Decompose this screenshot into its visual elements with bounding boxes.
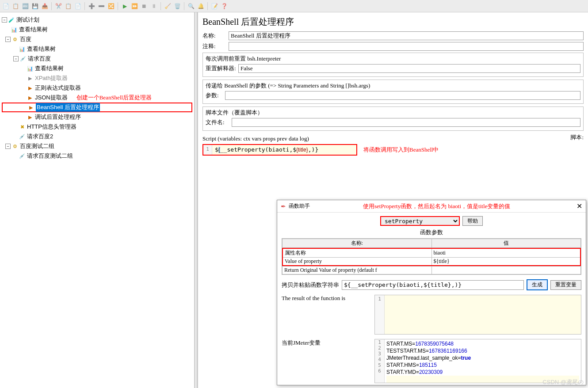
cut-icon[interactable]: ✂️ — [54, 2, 62, 10]
tree-root[interactable]: −🧪测试计划 — [2, 15, 192, 25]
run-icon[interactable]: ▶ — [121, 2, 129, 10]
tree-item[interactable]: 📊查看结果树 — [2, 64, 192, 73]
tree-panel: −🧪测试计划 📊查看结果树 −⚙百度 📊查看结果树 −💉请求百度 📊查看结果树 … — [0, 12, 195, 388]
tree-item[interactable]: −⚙百度测试二组 — [2, 141, 192, 151]
function-select[interactable]: setProperty — [380, 216, 460, 226]
tree-item[interactable]: 📊查看结果树 — [2, 25, 192, 34]
reset-input[interactable] — [238, 64, 580, 73]
run-no-pause-icon[interactable]: ⏩ — [130, 2, 138, 10]
script-label: Script (variables: ctx vars props prev d… — [202, 135, 309, 142]
tree-item[interactable]: −⚙百度 — [2, 34, 192, 44]
params-input[interactable] — [225, 91, 580, 100]
save-as-icon[interactable]: 📥 — [41, 2, 49, 10]
paste-icon[interactable]: 📄 — [74, 2, 82, 10]
tree-item-selected[interactable]: ▶BeanShell 后置处理程序 — [2, 103, 192, 112]
shutdown-icon[interactable]: ⏸ — [150, 2, 158, 10]
result-label: The result of the function is — [282, 295, 370, 335]
tree-item[interactable]: ▶XPath提取器 — [2, 73, 192, 83]
clear-icon[interactable]: 🧹 — [164, 2, 172, 10]
script-right-label: 脚本: — [570, 133, 584, 144]
new-icon[interactable]: 📄 — [2, 2, 10, 10]
file-input[interactable] — [232, 118, 580, 127]
result-box[interactable]: 1 — [374, 295, 581, 335]
annotation-2: 将函数调用写入到BeanShell中 — [363, 146, 439, 154]
params-section-title: 函数参数 — [282, 228, 581, 236]
annotation-3: 使用setProperty函数，然后起名为 biaoti，值是title变量的值 — [363, 202, 510, 210]
tree-item[interactable]: ✖HTTP信息头管理器 — [2, 122, 192, 132]
feather-icon: ✒ — [281, 203, 286, 210]
tree-item[interactable]: 💉请求百度测试二组 — [2, 151, 192, 161]
reset-group: 每次调用前重置 bsh.Interpreter 重置解释器: — [202, 53, 584, 77]
generate-button[interactable]: 生成 — [527, 279, 548, 290]
copy-icon[interactable]: 📋 — [64, 2, 72, 10]
expand-icon[interactable]: ➕ — [88, 2, 95, 10]
vars-box[interactable]: 123456 START.MS=1678359075648 TESTSTART.… — [374, 339, 581, 383]
name-label: 名称: — [202, 32, 227, 40]
watermark: CSDN @鸢尾の — [542, 378, 584, 386]
reset-search-icon[interactable]: 🔔 — [197, 2, 205, 10]
close-icon[interactable]: ✕ — [577, 202, 582, 210]
comment-label: 注释: — [202, 42, 227, 50]
script-editor[interactable]: 1 ${__setProperty(biaoti,${title},)} — [202, 144, 357, 156]
vars-label: 当前JMeter变量 — [282, 339, 370, 383]
tree-item[interactable]: ▶调试后置处理程序 — [2, 112, 192, 122]
save-icon[interactable]: 💾 — [31, 2, 39, 10]
params-rows[interactable]: 属性名称biaoti Value of property${title} — [282, 248, 581, 266]
tree-item[interactable]: 💉请求百度2 — [2, 132, 192, 141]
help-button[interactable]: 帮助 — [462, 216, 483, 226]
tree-item[interactable]: ▶JSON提取器创建一个BeanShell后置处理器 — [2, 93, 192, 103]
copy-label: 拷贝并粘贴函数字符串 — [282, 281, 339, 289]
page-title: BeanShell 后置处理程序 — [202, 16, 584, 28]
file-label: 文件名: — [206, 118, 230, 126]
help-icon[interactable]: ❓ — [220, 2, 228, 10]
tree-item[interactable]: 📊查看结果树 — [2, 44, 192, 54]
dialog-titlebar[interactable]: ✒ 函数助手 使用setProperty函数，然后起名为 biaoti，值是ti… — [277, 200, 586, 213]
reset-label: 重置解释器: — [206, 65, 237, 72]
toggle-icon[interactable]: 🔀 — [107, 2, 115, 10]
params-label: 参数: — [206, 91, 223, 99]
tree-item[interactable]: ▶正则表达式提取器 — [2, 83, 192, 93]
function-helper-icon[interactable]: 📝 — [210, 2, 218, 10]
stop-icon[interactable]: ⏹ — [140, 2, 148, 10]
col-value: 值 — [431, 239, 581, 248]
function-helper-dialog: ✒ 函数助手 使用setProperty函数，然后起名为 biaoti，值是ti… — [277, 200, 586, 385]
comment-input[interactable] — [229, 42, 584, 51]
params-group: 传递给 BeanShell 的参数 (=> String Parameters … — [202, 80, 584, 104]
open-icon[interactable]: 🔤 — [21, 2, 29, 10]
toolbar: 📄 📋 🔤 💾 📥 ✂️ 📋 📄 ➕ ➖ 🔀 ▶ ⏩ ⏹ ⏸ 🧹 🗑️ 🔍 🔔 … — [0, 0, 588, 12]
col-name: 名称: — [283, 239, 432, 248]
name-input[interactable] — [229, 31, 584, 40]
params-table: 名称:值 — [282, 239, 581, 248]
template-icon[interactable]: 📋 — [11, 2, 19, 10]
collapse-icon[interactable]: ➖ — [97, 2, 105, 10]
file-group: 脚本文件（覆盖脚本） 文件名: — [202, 107, 584, 131]
tree-item[interactable]: −💉请求百度 — [2, 54, 192, 64]
dialog-title-text: 函数助手 — [289, 202, 310, 210]
copy-input[interactable] — [342, 280, 524, 290]
search-icon[interactable]: 🔍 — [187, 2, 195, 10]
clear-all-icon[interactable]: 🗑️ — [173, 2, 181, 10]
reset-vars-button[interactable]: 重置变量 — [550, 280, 581, 290]
